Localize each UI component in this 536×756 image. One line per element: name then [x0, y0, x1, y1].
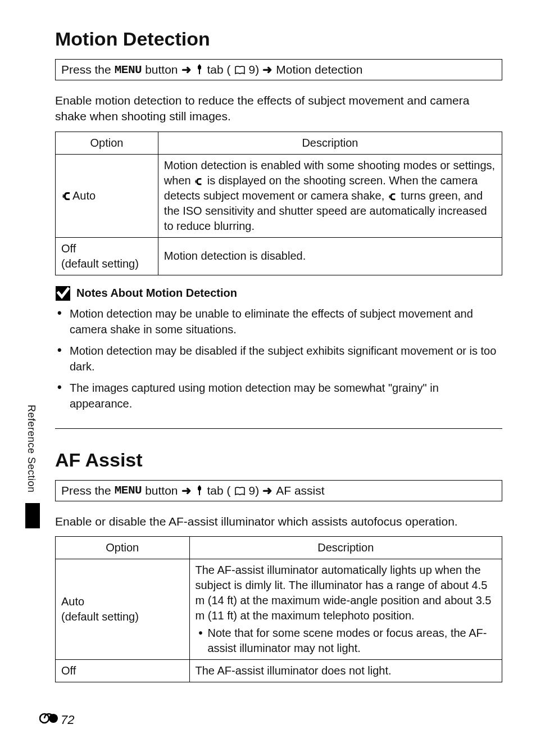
nav-dest: AF assist: [276, 484, 324, 497]
description-cell-auto: Motion detection is enabled with some sh…: [158, 154, 502, 237]
option-label-line1: Off: [61, 242, 76, 255]
option-cell-off: Off: [56, 660, 190, 682]
svg-point-2: [49, 714, 58, 723]
nav-path-af-assist: Press the MENU button ➜ tab (9) ➜ AF ass…: [55, 480, 502, 501]
desc-bullet: Note that for some scene modes or focus …: [196, 626, 497, 656]
description-cell-off: The AF-assist illuminator does not light…: [189, 660, 502, 682]
motion-icon: [61, 192, 72, 201]
reference-section-icon: [39, 712, 58, 728]
nav-page-ref: 9): [249, 63, 260, 76]
list-item: Motion detection may be unable to elimin…: [67, 306, 502, 337]
arrow-icon: ➜: [262, 63, 272, 76]
table-header-row: Option Description: [56, 537, 502, 559]
option-table-motion-detection: Option Description Auto Motion detection…: [55, 132, 502, 275]
nav-prefix: Press the: [61, 484, 111, 497]
description-cell-auto: The AF-assist illuminator automatically …: [189, 559, 502, 660]
intro-text-motion-detection: Enable motion detection to reduce the ef…: [55, 93, 502, 125]
book-icon: [234, 484, 246, 497]
option-label-line2: (default setting): [61, 610, 139, 623]
table-row: Off The AF-assist illuminator does not l…: [56, 660, 502, 682]
motion-icon: [388, 193, 398, 201]
option-label-line1: Auto: [61, 595, 84, 608]
table-header-option: Option: [56, 132, 158, 154]
option-table-af-assist: Option Description Auto (default setting…: [55, 536, 502, 682]
table-header-row: Option Description: [56, 132, 502, 154]
option-cell-auto: Auto (default setting): [56, 559, 190, 660]
wrench-icon: [195, 63, 204, 76]
motion-icon: [194, 178, 204, 185]
description-cell-off: Motion detection is disabled.: [158, 237, 502, 275]
option-cell-off: Off (default setting): [56, 237, 158, 275]
table-row: Auto (default setting) The AF-assist ill…: [56, 559, 502, 660]
list-item: Motion detection may be disabled if the …: [67, 343, 502, 374]
table-header-description: Description: [158, 132, 502, 154]
nav-button-word: button: [145, 63, 178, 76]
notes-header: Notes About Motion Detection: [55, 286, 502, 301]
arrow-icon: ➜: [262, 484, 272, 497]
nav-dest: Motion detection: [276, 63, 362, 76]
option-label-line2: (default setting): [61, 257, 139, 270]
manual-page: Reference Section Motion Detection Press…: [0, 0, 536, 756]
notes-list: Motion detection may be unable to elimin…: [55, 306, 502, 411]
side-tab-label: Reference Section: [25, 405, 37, 493]
nav-page-ref: 9): [249, 484, 260, 497]
table-row: Off (default setting) Motion detection i…: [56, 237, 502, 275]
list-item: The images captured using motion detecti…: [67, 380, 502, 411]
option-label: Auto: [72, 189, 96, 202]
nav-prefix: Press the: [61, 63, 111, 76]
arrow-icon: ➜: [181, 484, 192, 497]
notes-title: Notes About Motion Detection: [76, 287, 237, 300]
nav-button-word: button: [145, 484, 178, 497]
table-header-option: Option: [56, 537, 190, 559]
table-row: Auto Motion detection is enabled with so…: [56, 154, 502, 237]
nav-path-motion-detection: Press the MENU button ➜ tab (9) ➜ Motion…: [55, 59, 502, 80]
menu-button-label: MENU: [115, 64, 142, 76]
wrench-icon: [195, 484, 204, 497]
section-title-motion-detection: Motion Detection: [55, 28, 502, 50]
section-divider: [55, 428, 502, 429]
nav-tab-word: tab (: [207, 484, 231, 497]
page-number: 72: [61, 713, 74, 727]
book-icon: [234, 63, 246, 76]
side-tab-strip: [25, 503, 40, 528]
arrow-icon: ➜: [181, 63, 192, 76]
table-header-description: Description: [189, 537, 502, 559]
page-footer: 72: [39, 712, 74, 728]
check-caution-icon: [55, 286, 71, 301]
desc-main: The AF-assist illuminator automatically …: [196, 564, 492, 622]
option-cell-auto: Auto: [56, 154, 158, 237]
menu-button-label: MENU: [115, 484, 142, 497]
intro-text-af-assist: Enable or disable the AF-assist illumina…: [55, 514, 502, 529]
section-title-af-assist: AF Assist: [55, 449, 502, 471]
nav-tab-word: tab (: [207, 63, 231, 76]
